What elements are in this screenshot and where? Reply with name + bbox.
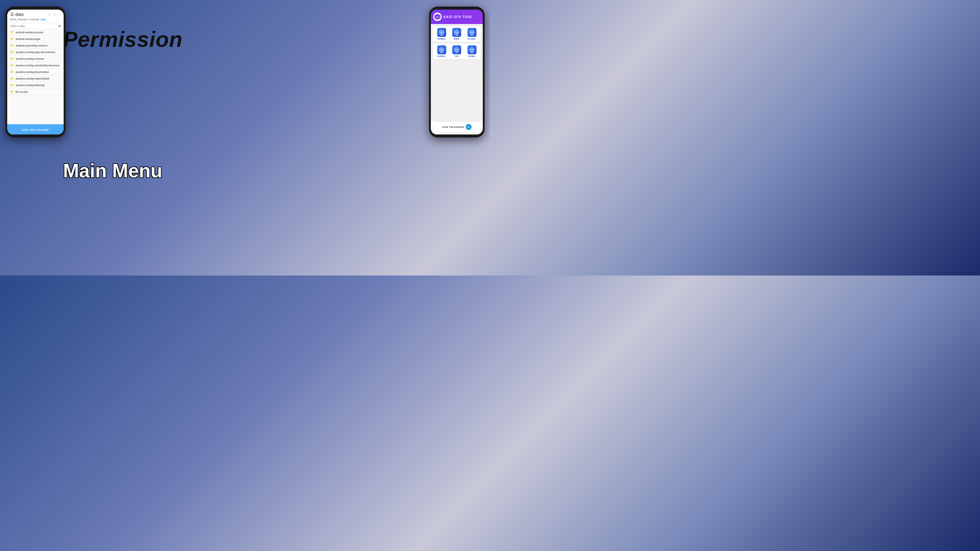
new-folder-icon[interactable]: ⬚ xyxy=(48,13,51,16)
file-manager-topbar: ☰ data ⬚ ↕ ⋮ ROG_Phone3 › Android › data xyxy=(7,10,64,23)
kazi-vn-item[interactable]: KAZI VN. xyxy=(450,45,464,57)
bgm-label: BGM. xyxy=(454,38,460,40)
global-label: GLOBA. xyxy=(468,38,476,40)
center-overlay: Permission Main Menu xyxy=(63,18,231,275)
file-name: asusims.overlay.documentsui xyxy=(16,70,49,73)
file-name: bin.mt.plus xyxy=(16,91,28,93)
left-phone: ☰ data ⬚ ↕ ⋮ ROG_Phone3 › Android › data… xyxy=(5,6,65,137)
telegram-arrow-icon: ➤ xyxy=(467,125,471,129)
list-item[interactable]: 📁 android.qvaoverlay.common xyxy=(7,42,64,49)
svg-text:KAZI: KAZI xyxy=(441,49,443,51)
svg-text:KAZI: KAZI xyxy=(455,49,458,51)
grid-view-icon[interactable]: ⊞ xyxy=(58,24,60,28)
folder-icon: 📁 xyxy=(10,37,14,41)
folder-icon: 📁 xyxy=(10,77,14,80)
bgm-icon: KAZI xyxy=(452,28,461,37)
breadcrumb-rog[interactable]: ROG_Phone3 xyxy=(10,18,27,21)
file-name: asusims.overlay.tethering xyxy=(16,84,45,87)
list-item[interactable]: 📁 bin.mt.plus xyxy=(7,89,64,95)
file-name: asusims.overlay.connectivity.resources xyxy=(16,64,59,67)
file-name: asusims.overlay.aosp.documentsui xyxy=(16,51,55,54)
taiwan-icon: KAZI xyxy=(468,45,476,54)
hamburger-icon[interactable]: ☰ xyxy=(10,12,14,17)
kazi-korea-item[interactable]: KAZI KOREA. xyxy=(435,45,449,57)
more-icon[interactable]: ⋮ xyxy=(57,13,60,16)
folder-icon: 📁 xyxy=(10,70,14,73)
global-icon: KAZI xyxy=(468,28,476,37)
file-name: asusims.overlay.common xyxy=(16,57,44,60)
kazi-header: KAZI KAZI GFX TOOL xyxy=(431,10,483,24)
list-item[interactable]: 📁 asusims.overlay.documentsui xyxy=(7,69,64,75)
korea-icon: KAZI xyxy=(437,45,446,54)
right-phone: KAZI KAZI GFX TOOL KAZI GAM xyxy=(429,6,485,137)
file-name: android.overlay.target xyxy=(16,38,40,41)
file-name: android.qvaoverlay.common xyxy=(16,44,48,47)
telegram-icon: ➤ xyxy=(466,124,472,130)
breadcrumb-data[interactable]: data xyxy=(41,18,46,21)
list-item[interactable]: 📁 android.overlay.common xyxy=(7,29,64,36)
list-item[interactable]: 📁 asusims.overlay.connectivity.resources xyxy=(7,62,64,69)
taiwan-label: TAIWA. xyxy=(468,55,476,57)
list-item[interactable]: 📁 asusims.overlay.tethering xyxy=(7,82,64,89)
vn-icon: KAZI xyxy=(452,45,461,54)
files-header: Files in data ⊞ xyxy=(7,23,64,29)
folder-title: data xyxy=(15,12,48,17)
files-in-data-label: Files in data xyxy=(10,25,25,28)
breadcrumb: ROG_Phone3 › Android › data xyxy=(10,18,60,21)
folder-icon: 📁 xyxy=(10,57,14,60)
join-telegram-button[interactable]: JOIN TELEGRAM ➤ xyxy=(433,121,481,133)
telegram-label: JOIN TELEGRAM xyxy=(442,126,464,129)
use-folder-label: USE THIS FOLDER xyxy=(22,129,49,132)
file-name: android.overlay.common xyxy=(16,31,43,34)
use-folder-button[interactable]: USE THIS FOLDER xyxy=(7,124,64,135)
svg-text:KAZI: KAZI xyxy=(455,32,458,33)
permission-label: Permission xyxy=(63,27,231,52)
list-item[interactable]: 📁 asusims.overlay.networkstack xyxy=(7,75,64,82)
kazi-grid-section-2: KAZI KOREA. KAZI VN. xyxy=(433,43,481,59)
kazi-content: KAZI GAMES. KAZI BGM. xyxy=(431,24,483,121)
list-item[interactable]: 📁 android.overlay.target xyxy=(7,36,64,42)
kazi-logo: KAZI xyxy=(433,13,442,21)
file-list: 📁 android.overlay.common 📁 android.overl… xyxy=(7,29,64,124)
svg-text:KAZI: KAZI xyxy=(436,16,439,18)
korea-label: KOREA. xyxy=(438,55,446,57)
sort-icon[interactable]: ↕ xyxy=(53,13,55,16)
vn-label: VN. xyxy=(455,55,459,57)
kazi-logo-svg: KAZI xyxy=(434,14,441,20)
folder-icon: 📁 xyxy=(10,64,14,67)
kazi-games-item[interactable]: KAZI GAMES. xyxy=(435,28,449,40)
kazi-bgm-item[interactable]: KAZI BGM. xyxy=(450,28,464,40)
list-item[interactable]: 📁 asusims.overlay.common xyxy=(7,56,64,62)
folder-icon: 📁 xyxy=(10,44,14,47)
kazi-app-title: KAZI GFX TOOL xyxy=(444,15,473,19)
folder-icon: 📁 xyxy=(10,30,14,34)
breadcrumb-android[interactable]: Android xyxy=(29,18,39,21)
main-menu-label: Main Menu xyxy=(63,160,231,182)
svg-text:KAZI: KAZI xyxy=(471,49,473,51)
folder-icon: 📁 xyxy=(10,51,14,54)
kazi-taiwan-item[interactable]: KAZI TAIWA. xyxy=(465,45,479,57)
folder-icon: 📁 xyxy=(10,90,14,93)
kazi-grid-section-1: KAZI GAMES. KAZI BGM. xyxy=(433,26,481,42)
games-label: GAMES. xyxy=(437,38,446,40)
svg-text:KAZI: KAZI xyxy=(471,32,473,33)
list-item[interactable]: 📁 asusims.overlay.aosp.documentsui xyxy=(7,49,64,56)
games-icon: KAZI xyxy=(437,28,446,37)
folder-icon: 📁 xyxy=(10,83,14,87)
file-name: asusims.overlay.networkstack xyxy=(16,77,49,80)
svg-text:KAZI: KAZI xyxy=(441,32,443,33)
kazi-global-item[interactable]: KAZI GLOBA. xyxy=(465,28,479,40)
